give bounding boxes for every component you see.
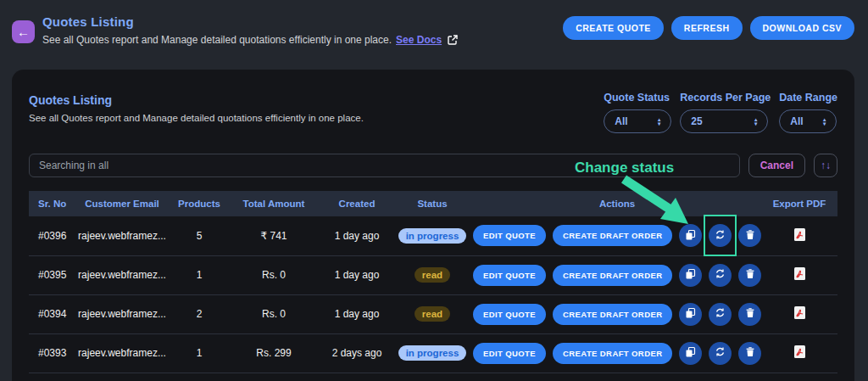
sync-icon xyxy=(715,346,726,360)
search-input[interactable] xyxy=(29,154,740,177)
date-range-select[interactable]: All ▴▾ xyxy=(779,109,837,133)
col-export-pdf: Export PDF xyxy=(761,191,837,216)
page-subtitle: See all Quotes report and Manage detaile… xyxy=(42,34,458,46)
col-actions: Actions xyxy=(473,191,761,216)
records-per-page-value: 25 xyxy=(691,115,702,127)
create-draft-order-button[interactable]: CREATE DRAFT ORDER xyxy=(553,265,672,286)
cell-total-amount: ₹ 741 xyxy=(225,216,322,255)
col-sr-no: Sr. No xyxy=(29,191,71,216)
col-status: Status xyxy=(392,191,473,216)
records-per-page-label: Records Per Page xyxy=(680,92,771,104)
edit-quote-button[interactable]: EDIT QUOTE xyxy=(473,265,546,286)
edit-quote-button[interactable]: EDIT QUOTE xyxy=(473,304,546,325)
status-badge: read xyxy=(415,267,450,283)
card-header: Quotes Listing See all Quotes report and… xyxy=(29,93,837,133)
delete-quote-button[interactable] xyxy=(738,303,761,326)
quotes-listing-card: Quotes Listing See all Quotes report and… xyxy=(12,70,854,381)
header-actions: CREATE QUOTE REFRESH DOWNLOAD CSV xyxy=(563,16,854,40)
see-docs-link[interactable]: See Docs xyxy=(396,34,442,46)
arrow-left-icon: ← xyxy=(17,25,30,39)
chevron-updown-icon: ▴▾ xyxy=(658,117,660,126)
date-range-label: Date Range xyxy=(779,92,837,104)
cell-customer-email: rajeev.webframez... xyxy=(71,333,173,373)
duplicate-quote-button[interactable] xyxy=(679,303,702,326)
records-per-page-select[interactable]: 25 ▴▾ xyxy=(680,109,768,133)
create-draft-order-button[interactable]: CREATE DRAFT ORDER xyxy=(553,343,672,364)
filter-date-range: Date Range All ▴▾ xyxy=(779,92,837,133)
pdf-icon xyxy=(793,271,806,283)
trash-icon xyxy=(745,229,755,243)
export-pdf-button[interactable] xyxy=(793,345,806,361)
copy-icon xyxy=(685,268,696,282)
filter-quote-status: Quote Status All ▴▾ xyxy=(604,92,671,133)
external-link-icon xyxy=(448,35,458,45)
cancel-button[interactable]: Cancel xyxy=(748,154,805,177)
cell-sr-no: #0393 xyxy=(29,333,71,373)
create-quote-button[interactable]: CREATE QUOTE xyxy=(563,16,664,40)
duplicate-quote-button[interactable] xyxy=(679,224,702,247)
download-csv-button[interactable]: DOWNLOAD CSV xyxy=(750,16,855,40)
pdf-icon xyxy=(793,232,806,244)
chevron-updown-icon: ▴▾ xyxy=(754,117,757,126)
delete-quote-button[interactable] xyxy=(738,224,761,247)
quote-status-label: Quote Status xyxy=(604,92,671,104)
edit-quote-button[interactable]: EDIT QUOTE xyxy=(473,343,546,364)
cell-total-amount: Rs. 0 xyxy=(225,255,322,294)
quote-status-select[interactable]: All ▴▾ xyxy=(604,109,671,133)
cell-created: 2 days ago xyxy=(322,333,392,373)
delete-quote-button[interactable] xyxy=(738,342,761,365)
page-header: ← Quotes Listing See all Quotes report a… xyxy=(0,0,868,70)
cell-sr-no: #0394 xyxy=(29,294,71,333)
page-subtitle-text: See all Quotes report and Manage detaile… xyxy=(42,34,392,46)
sort-arrows-icon: ↑↓ xyxy=(821,160,831,171)
sync-icon xyxy=(715,307,726,321)
cell-customer-email: rajeev.webframez... xyxy=(71,216,173,255)
refresh-button[interactable]: REFRESH xyxy=(671,16,743,40)
table-row: #0393 rajeev.webframez... 1 Rs. 299 2 da… xyxy=(29,333,837,373)
cell-created: 1 day ago xyxy=(322,216,392,255)
row-actions: EDIT QUOTE CREATE DRAFT ORDER xyxy=(473,342,761,365)
cell-products: 1 xyxy=(173,255,225,294)
export-pdf-button[interactable] xyxy=(793,305,806,322)
change-status-button[interactable] xyxy=(709,342,732,365)
change-status-button[interactable] xyxy=(709,303,732,326)
edit-quote-button[interactable]: EDIT QUOTE xyxy=(473,225,546,246)
chevron-updown-icon: ▴▾ xyxy=(823,117,826,126)
duplicate-quote-button[interactable] xyxy=(679,264,702,287)
quote-status-value: All xyxy=(615,115,627,127)
copy-icon xyxy=(685,307,696,321)
row-actions: EDIT QUOTE CREATE DRAFT ORDER xyxy=(473,264,761,287)
cell-products: 1 xyxy=(173,333,225,373)
export-pdf-button[interactable] xyxy=(793,266,806,283)
cell-customer-email: rajeev.webframez... xyxy=(71,255,173,294)
col-customer-email: Customer Email xyxy=(71,191,173,216)
table-row: #0396 rajeev.webframez... 5 ₹ 741 1 day … xyxy=(29,216,837,255)
row-actions: EDIT QUOTE CREATE DRAFT ORDER xyxy=(473,224,761,247)
cell-products: 2 xyxy=(173,294,225,333)
trash-icon xyxy=(745,346,755,360)
trash-icon xyxy=(745,268,755,282)
copy-icon xyxy=(685,346,696,360)
duplicate-quote-button[interactable] xyxy=(679,342,702,365)
sort-button[interactable]: ↑↓ xyxy=(814,154,837,177)
export-pdf-button[interactable] xyxy=(793,227,806,244)
card-title: Quotes Listing xyxy=(29,93,364,107)
pdf-icon xyxy=(793,349,806,361)
status-badge: in progress xyxy=(398,228,467,244)
delete-quote-button[interactable] xyxy=(738,264,761,287)
back-button[interactable]: ← xyxy=(12,20,35,43)
create-draft-order-button[interactable]: CREATE DRAFT ORDER xyxy=(553,225,672,246)
cell-customer-email: rajeev.webframez... xyxy=(71,294,173,333)
table-row: #0394 rajeev.webframez... 2 Rs. 0 1 day … xyxy=(29,294,837,333)
table-header-row: Sr. No Customer Email Products Total Amo… xyxy=(29,191,837,216)
date-range-value: All xyxy=(790,115,803,127)
cell-created: 1 day ago xyxy=(322,294,392,333)
create-draft-order-button[interactable]: CREATE DRAFT ORDER xyxy=(553,304,672,325)
change-status-button[interactable] xyxy=(709,264,732,287)
change-status-button[interactable] xyxy=(709,224,732,247)
cell-sr-no: #0395 xyxy=(29,255,71,294)
quotes-table: Sr. No Customer Email Products Total Amo… xyxy=(29,191,837,373)
sync-icon xyxy=(715,229,726,243)
filters: Quote Status All ▴▾ Records Per Page 25 … xyxy=(604,92,837,133)
status-badge: in progress xyxy=(398,345,467,361)
